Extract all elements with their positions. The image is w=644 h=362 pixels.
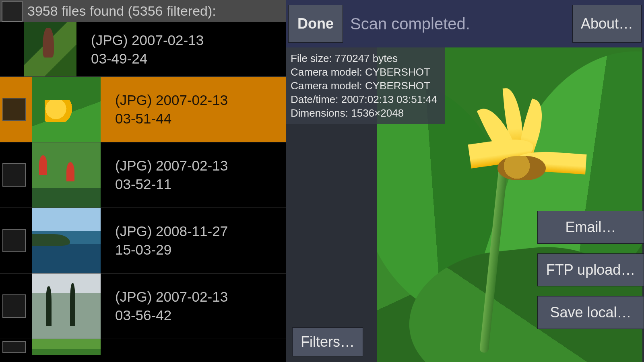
file-label: (JPG) 2007-02-13 03-49-24 [91,31,204,68]
file-line2: 03-51-44 [115,109,228,128]
file-list[interactable]: (JPG) 2007-02-13 03-49-24 (JPG) 2007-02-… [0,22,286,362]
file-label: (JPG) 2007-02-13 03-51-44 [115,91,228,128]
about-button[interactable]: About… [572,5,642,43]
meta-camera2: Camera model: CYBERSHOT [291,79,437,93]
select-all-checkbox[interactable] [2,1,23,22]
meta-filesize: File size: 770247 bytes [291,51,437,65]
ftp-upload-button[interactable]: FTP upload… [537,253,644,286]
file-label: (JPG) 2008-11-27 15-03-29 [115,222,228,259]
email-button[interactable]: Email… [537,211,644,244]
thumbnail [32,77,101,142]
preview-panel: Done Scan completed. About… File size: 7… [286,0,644,362]
file-row[interactable]: (JPG) 2008-11-27 15-03-29 [0,208,286,274]
meta-dimensions: Dimensions: 1536×2048 [291,106,437,120]
file-line1: (JPG) 2007-02-13 [115,288,228,306]
thumbnail [32,208,101,273]
file-line1: (JPG) 2007-02-13 [115,91,228,109]
save-local-button[interactable]: Save local… [537,296,644,329]
file-row[interactable]: (JPG) 2007-02-13 03-56-42 [0,274,286,339]
filters-button[interactable]: Filters… [292,327,363,356]
row-checkbox[interactable] [2,341,26,353]
file-row-selected[interactable]: (JPG) 2007-02-13 03-51-44 [0,77,286,142]
file-line2: 03-49-24 [91,49,204,68]
file-line2: 03-56-42 [115,306,228,325]
done-button[interactable]: Done [288,5,343,43]
thumbnail [32,142,101,208]
app-root: 3958 files found (5356 filtered): (JPG) … [0,0,644,362]
meta-datetime: Date/time: 2007:02:13 03:51:44 [291,93,437,106]
row-checkbox[interactable] [2,163,26,187]
meta-camera: Camera model: CYBERSHOT [291,65,437,79]
file-row[interactable] [0,339,286,355]
file-count-label: 3958 files found (5356 filtered): [27,3,216,19]
file-list-header: 3958 files found (5356 filtered): [0,0,286,22]
file-line1: (JPG) 2007-02-13 [115,156,228,175]
preview-toolbar: Done Scan completed. About… [286,0,644,47]
file-row[interactable]: (JPG) 2007-02-13 03-49-24 [0,22,286,77]
file-row[interactable]: (JPG) 2007-02-13 03-52-11 [0,142,286,208]
exif-overlay: File size: 770247 bytes Camera model: CY… [286,47,445,124]
row-checkbox[interactable] [2,98,26,121]
scan-status: Scan completed. [350,15,565,33]
file-line1: (JPG) 2008-11-27 [115,222,228,241]
thumbnail [32,339,101,355]
file-line2: 15-03-29 [115,241,228,259]
file-label: (JPG) 2007-02-13 03-52-11 [115,156,228,193]
file-line2: 03-52-11 [115,175,228,193]
file-list-panel: 3958 files found (5356 filtered): (JPG) … [0,0,286,362]
row-checkbox[interactable] [2,294,26,318]
thumbnail [24,22,76,76]
row-checkbox[interactable] [2,229,26,252]
thumbnail [32,274,101,339]
file-label: (JPG) 2007-02-13 03-56-42 [115,288,228,325]
file-line1: (JPG) 2007-02-13 [91,31,204,49]
